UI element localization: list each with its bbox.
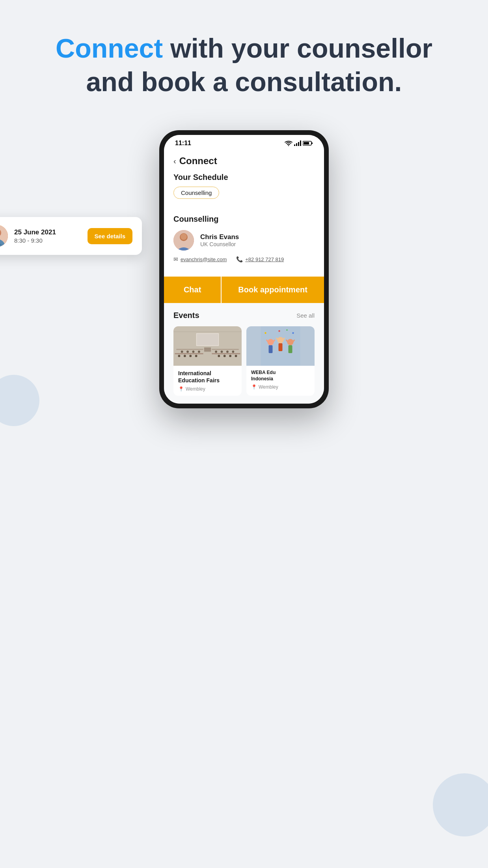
- signal-icon: [294, 140, 301, 146]
- app-header: ‹ Connect Your Schedule Counselling: [164, 149, 324, 207]
- svg-point-13: [181, 234, 187, 240]
- svg-point-26: [232, 351, 234, 353]
- counsellor-info: Chris Evans UK Counsellor: [173, 230, 315, 251]
- back-navigation[interactable]: ‹ Connect: [173, 155, 315, 166]
- counsellor-email[interactable]: evanchris@site.com: [181, 256, 227, 262]
- counsellor-card: Chris Evans UK Counsellor ✉ evanchris@si…: [173, 230, 315, 269]
- pin-icon-1: 📍: [178, 386, 184, 392]
- event-2-location-text: Wembley: [259, 384, 278, 390]
- wifi-icon: [285, 140, 292, 146]
- svg-point-22: [198, 351, 200, 353]
- email-contact[interactable]: ✉ evanchris@site.com: [173, 256, 227, 262]
- svg-point-29: [189, 355, 192, 357]
- decorative-blob-right: [433, 773, 488, 836]
- counselling-section: Counselling Chris Evans: [164, 207, 324, 277]
- event-2-location: 📍 Wembley: [251, 384, 310, 390]
- status-bar: 11:11: [164, 135, 324, 149]
- counsellor-avatar: [173, 230, 194, 251]
- svg-rect-50: [279, 343, 283, 351]
- svg-rect-5: [296, 143, 297, 146]
- counselling-badge[interactable]: Counselling: [173, 187, 219, 199]
- svg-rect-35: [176, 349, 203, 350]
- header-section: Connect with your counsellor and book a …: [0, 0, 488, 122]
- svg-rect-4: [294, 144, 295, 146]
- header-connect-word: Connect: [56, 33, 163, 63]
- phone-icon: 📞: [236, 256, 243, 262]
- event-1-info: International Education Fairs 📍 Wembley: [173, 366, 242, 396]
- svg-point-27: [178, 355, 181, 357]
- phone-wrapper: 25 June 2021 8:30 - 9:30 See details 11:…: [0, 130, 488, 408]
- svg-point-34: [235, 355, 237, 357]
- event-card-1[interactable]: International Education Fairs 📍 Wembley: [173, 326, 242, 396]
- pin-icon-2: 📍: [251, 384, 257, 390]
- event-2-name: WEBA EduIndonesia: [251, 370, 310, 382]
- svg-point-25: [226, 351, 229, 353]
- phone-screen: 11:11: [164, 135, 324, 404]
- event-1-name: International Education Fairs: [178, 370, 237, 384]
- events-row: International Education Fairs 📍 Wembley: [173, 326, 315, 396]
- event-2-info: WEBA EduIndonesia 📍 Wembley: [246, 366, 315, 394]
- your-schedule-label: Your Schedule: [173, 173, 315, 182]
- events-section: Events See all: [164, 303, 324, 404]
- appointment-date-info: 25 June 2021 8:30 - 9:30: [14, 228, 81, 244]
- events-header: Events See all: [173, 311, 315, 320]
- svg-rect-10: [304, 142, 309, 144]
- svg-point-23: [215, 351, 217, 353]
- svg-point-20: [186, 351, 189, 353]
- svg-rect-17: [197, 334, 218, 346]
- svg-rect-37: [175, 353, 203, 354]
- back-arrow-icon[interactable]: ‹: [173, 157, 176, 166]
- counsellor-role: UK Counsellor: [200, 241, 239, 247]
- svg-point-19: [181, 351, 183, 353]
- see-details-button[interactable]: See details: [88, 228, 132, 244]
- screen-title: Connect: [179, 155, 217, 166]
- contact-row: ✉ evanchris@site.com 📞 +82 912 727 819: [173, 256, 315, 262]
- event-1-location-text: Wembley: [186, 386, 205, 392]
- phone-frame: 11:11: [159, 130, 329, 408]
- event-1-image: [173, 326, 242, 366]
- action-buttons: Chat Book appointment: [164, 277, 324, 303]
- events-title: Events: [173, 311, 199, 320]
- appointment-time: 8:30 - 9:30: [14, 237, 81, 244]
- svg-point-31: [218, 355, 220, 357]
- svg-rect-55: [287, 329, 288, 331]
- svg-point-32: [224, 355, 226, 357]
- svg-rect-7: [300, 140, 301, 146]
- svg-rect-18: [204, 348, 211, 352]
- counsellor-details: Chris Evans UK Counsellor: [200, 233, 239, 247]
- chat-button[interactable]: Chat: [164, 277, 221, 303]
- svg-rect-36: [212, 349, 238, 350]
- counselling-section-title: Counselling: [173, 215, 315, 224]
- status-time: 11:11: [175, 140, 191, 147]
- event-card-2[interactable]: WEBA EduIndonesia 📍 Wembley: [246, 326, 315, 396]
- header-title-line2: and book a consultation.: [86, 67, 402, 97]
- header-title-part2: with your counsellor: [163, 33, 432, 63]
- svg-point-30: [195, 355, 197, 357]
- svg-point-33: [229, 355, 231, 357]
- event-1-location: 📍 Wembley: [178, 386, 237, 392]
- status-icons: [285, 140, 313, 146]
- counsellor-phone[interactable]: +82 912 727 819: [245, 256, 284, 262]
- svg-point-21: [192, 351, 195, 353]
- svg-point-24: [221, 351, 223, 353]
- event-2-image: [246, 326, 315, 366]
- page-title: Connect with your counsellor and book a …: [32, 32, 456, 99]
- email-icon: ✉: [173, 256, 178, 262]
- svg-rect-49: [269, 345, 273, 353]
- svg-rect-51: [289, 345, 292, 353]
- battery-icon: [303, 140, 313, 146]
- counsellor-name: Chris Evans: [200, 233, 239, 241]
- floating-appointment-card: 25 June 2021 8:30 - 9:30 See details: [0, 217, 142, 255]
- book-appointment-button[interactable]: Book appointment: [221, 277, 324, 303]
- svg-rect-9: [311, 142, 313, 144]
- svg-rect-6: [298, 142, 299, 146]
- svg-rect-38: [212, 353, 240, 354]
- svg-point-28: [184, 355, 186, 357]
- appointment-avatar: [0, 225, 8, 247]
- see-all-link[interactable]: See all: [296, 312, 315, 319]
- phone-contact[interactable]: 📞 +82 912 727 819: [236, 256, 284, 262]
- appointment-date: 25 June 2021: [14, 228, 81, 236]
